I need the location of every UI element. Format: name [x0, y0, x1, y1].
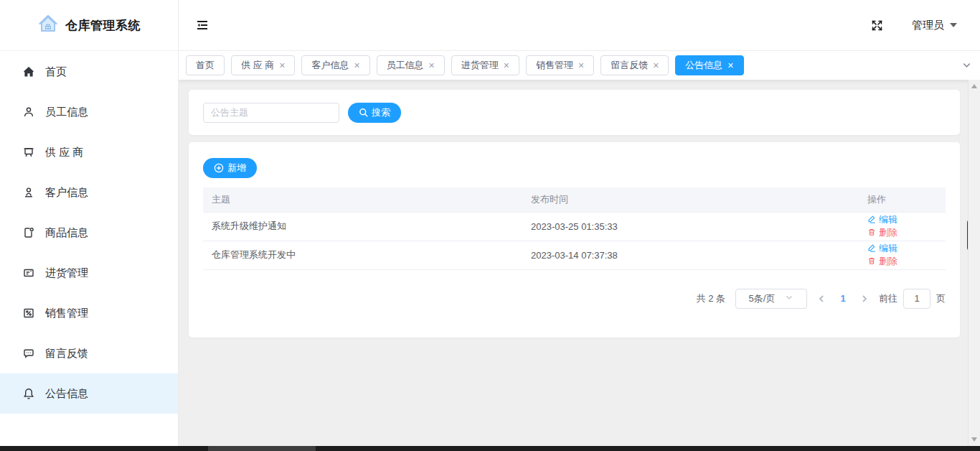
trash-icon [867, 256, 876, 267]
horizontal-scrollbar[interactable] [0, 446, 980, 451]
add-button-label: 新增 [227, 162, 246, 175]
collapse-menu-icon[interactable] [194, 18, 210, 32]
vertical-scrollbar[interactable] [968, 80, 980, 446]
tab-home[interactable]: 首页 [186, 55, 225, 75]
sidebar-item-feedback[interactable]: 留言反馈 [0, 333, 178, 373]
cell-topic: 系统升级维护通知 [203, 212, 522, 241]
user-name: 管理员 [912, 19, 944, 32]
tab-sales[interactable]: 销售管理 × [526, 55, 594, 75]
sidebar-item-employees[interactable]: 员工信息 [0, 92, 178, 132]
column-header-actions: 操作 [859, 187, 946, 212]
cell-actions: 编辑 删除 [859, 212, 946, 241]
scroll-up-icon[interactable] [971, 84, 977, 88]
caret-down-icon [950, 23, 957, 27]
tab-customers[interactable]: 客户信息 × [301, 55, 369, 75]
tab-label: 员工信息 [387, 59, 424, 72]
sidebar-menu: 首页 员工信息 供 应 商 客户信息 [0, 51, 178, 414]
warehouse-management-app: 仓库管理系统 首页 员工信息 供 应 商 [0, 0, 980, 451]
delete-link[interactable]: 删除 [867, 255, 897, 268]
close-icon[interactable]: × [354, 60, 359, 70]
tab-label: 销售管理 [536, 59, 573, 72]
cell-time: 2023-03-14 07:37:38 [522, 241, 859, 269]
search-button-label: 搜索 [372, 106, 390, 119]
close-icon[interactable]: × [578, 60, 584, 70]
pencil-icon [867, 243, 876, 254]
home-icon [22, 65, 35, 79]
sidebar-item-label: 商品信息 [45, 226, 88, 240]
next-page-icon[interactable] [860, 294, 869, 303]
close-icon[interactable]: × [429, 60, 435, 70]
scroll-down-icon[interactable] [971, 437, 977, 442]
app-title: 仓库管理系统 [65, 17, 141, 34]
fullscreen-icon[interactable] [871, 19, 883, 32]
product-icon [22, 226, 35, 240]
top-header: 管理员 [179, 0, 980, 51]
employee-icon [22, 106, 35, 119]
cell-time: 2023-03-25 01:35:33 [522, 212, 859, 241]
delete-link[interactable]: 删除 [867, 226, 897, 239]
chevron-down-icon [785, 293, 793, 304]
sidebar-item-customers[interactable]: 客户信息 [0, 172, 178, 213]
table-row: 仓库管理系统开发中 2023-03-14 07:37:38 编辑 [203, 241, 946, 269]
close-icon[interactable]: × [653, 60, 659, 70]
tab-label: 公告信息 [685, 59, 722, 72]
edit-link[interactable]: 编辑 [867, 213, 897, 226]
app-logo-house-icon [37, 13, 59, 37]
main-content: 搜索 新增 主题 发布时间 操作 [179, 80, 980, 446]
close-icon[interactable]: × [279, 60, 285, 70]
announcement-panel: 新增 主题 发布时间 操作 系统升级维护通知 2023-03-25 01:35:… [189, 142, 960, 338]
sidebar-item-label: 员工信息 [45, 106, 88, 119]
cell-topic: 仓库管理系统开发中 [203, 241, 522, 269]
tab-feedback[interactable]: 留言反馈 × [600, 55, 669, 75]
page-size-select[interactable]: 5条/页 [735, 289, 807, 309]
close-icon[interactable]: × [504, 60, 509, 70]
column-header-topic: 主题 [203, 187, 522, 212]
sidebar-item-suppliers[interactable]: 供 应 商 [0, 132, 178, 172]
feedback-icon [22, 347, 35, 361]
sidebar-item-announcements[interactable]: 公告信息 [0, 373, 178, 414]
cell-actions: 编辑 删除 [859, 241, 946, 269]
bell-icon [22, 387, 35, 401]
horizontal-scrollbar-thumb[interactable] [208, 446, 316, 451]
pagination-total: 共 2 条 [697, 292, 725, 305]
goto-unit-label: 页 [936, 292, 946, 305]
search-input[interactable] [203, 103, 339, 123]
logo-row: 仓库管理系统 [0, 0, 178, 51]
chevron-down-icon[interactable] [961, 60, 973, 71]
tab-label: 留言反馈 [611, 59, 648, 72]
sidebar-item-label: 进货管理 [45, 266, 88, 280]
supplier-icon [22, 146, 35, 159]
tab-announcements[interactable]: 公告信息 × [675, 55, 743, 75]
tab-employees[interactable]: 员工信息 × [377, 55, 445, 75]
close-icon[interactable]: × [727, 60, 733, 70]
tab-label: 客户信息 [311, 59, 349, 72]
user-dropdown[interactable]: 管理员 [912, 19, 957, 32]
edit-link[interactable]: 编辑 [867, 242, 897, 255]
sidebar-item-label: 销售管理 [45, 307, 88, 320]
tab-purchase[interactable]: 进货管理 × [451, 55, 519, 75]
search-panel: 搜索 [189, 90, 960, 135]
goto-page-input[interactable] [903, 289, 930, 309]
purchase-icon [22, 266, 35, 280]
add-button[interactable]: 新增 [203, 158, 257, 178]
pagination: 共 2 条 5条/页 1 前往 页 [203, 289, 946, 309]
header-actions: 管理员 [871, 19, 957, 32]
sidebar-item-sales[interactable]: 销售管理 [0, 293, 178, 333]
page-size-value: 5条/页 [749, 292, 776, 305]
tab-bar: 首页 供 应 商 × 客户信息 × 员工信息 × 进货管理 × 销售管理 × 留… [179, 51, 980, 80]
sidebar-item-label: 客户信息 [45, 186, 88, 200]
page-number[interactable]: 1 [836, 293, 850, 304]
sales-icon [22, 307, 35, 320]
search-button[interactable]: 搜索 [348, 103, 401, 123]
prev-page-icon[interactable] [817, 294, 826, 303]
pencil-icon [867, 215, 876, 226]
sidebar-item-products[interactable]: 商品信息 [0, 213, 178, 253]
goto-page-group: 前往 页 [879, 289, 946, 309]
search-icon [359, 108, 368, 117]
sidebar-item-purchase[interactable]: 进货管理 [0, 253, 178, 293]
sidebar-item-label: 留言反馈 [45, 347, 88, 361]
goto-label: 前往 [879, 292, 897, 305]
tab-label: 首页 [196, 59, 215, 72]
tab-suppliers[interactable]: 供 应 商 × [231, 55, 295, 75]
sidebar-item-home[interactable]: 首页 [0, 52, 178, 92]
